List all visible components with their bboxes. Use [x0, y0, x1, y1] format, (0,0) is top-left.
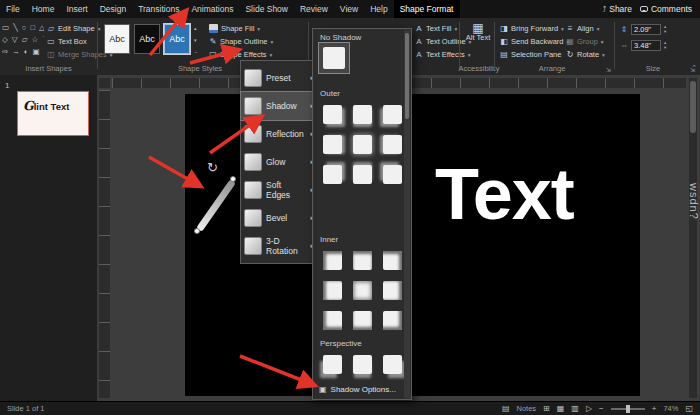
style-gallery-arrows[interactable]: ▴ ▾ ⌄ [194, 25, 198, 54]
reading-view-icon[interactable]: ▥ [571, 404, 579, 413]
tab-review[interactable]: Review [294, 0, 334, 18]
shadow-swatch-outer-5[interactable] [349, 131, 375, 157]
shape-outline-button[interactable]: ✎ Shape Outline ▾ [208, 36, 273, 47]
tab-transitions[interactable]: Transitions [132, 0, 185, 18]
shadow-options-button[interactable]: ▣ Shadow Options... [319, 385, 396, 394]
tab-view[interactable]: View [334, 0, 364, 18]
shadow-swatch-outer-7[interactable] [319, 161, 345, 187]
fit-to-window-icon[interactable]: ◱ [685, 404, 693, 413]
merge-shapes-icon: ◫ [46, 50, 56, 59]
group-button[interactable]: ▦ Group ▾ [565, 36, 604, 47]
menu-item-soft-edges[interactable]: Soft Edges ▸ [241, 176, 317, 204]
comments-button[interactable]: Comments [640, 4, 692, 14]
tab-file[interactable]: File [0, 0, 26, 18]
gallery-more-icon[interactable]: ⌄ [194, 48, 198, 54]
flyout-scrollbar-thumb[interactable] [405, 33, 409, 119]
normal-view-icon[interactable]: ⊞ [543, 404, 550, 413]
shadow-swatch-inner-4[interactable] [319, 277, 345, 303]
edit-shape-button[interactable]: ▱ Edit Shape ▾ [46, 23, 100, 34]
width-spinner[interactable]: ▴▾ [664, 41, 666, 50]
notes-button[interactable]: Notes [517, 404, 537, 413]
flyout-scrollbar[interactable] [404, 30, 410, 398]
align-icon: ≡ [565, 24, 575, 33]
menu-item-shadow[interactable]: Shadow ▸ [241, 92, 317, 120]
shadow-swatch-inner-7[interactable] [319, 307, 345, 333]
shape-height-input[interactable]: 2.09" [631, 24, 661, 35]
shadow-swatch-outer-6[interactable] [379, 131, 405, 157]
tab-home[interactable]: Home [26, 0, 61, 18]
shape-width-input[interactable]: 3.48" [631, 40, 661, 51]
group-divider [614, 22, 615, 69]
chevron-down-icon: ▾ [597, 26, 600, 32]
canvas-scrollbar[interactable] [689, 78, 697, 398]
shadow-swatch-outer-4[interactable] [319, 131, 345, 157]
tab-shape-format[interactable]: Shape Format [394, 0, 460, 18]
menu-item-glow[interactable]: Glow ▸ [241, 148, 317, 176]
soft-edges-icon [244, 181, 262, 199]
shadow-swatch-inner-8[interactable] [349, 307, 375, 333]
shadow-swatch-outer-1[interactable] [319, 101, 345, 127]
menu-item-reflection[interactable]: Reflection ▸ [241, 120, 317, 148]
shadow-swatch-outer-9[interactable] [379, 161, 405, 187]
gallery-down-icon[interactable]: ▾ [194, 37, 198, 43]
slideshow-view-icon[interactable]: ▷ [586, 404, 592, 413]
shape-style-preview-2[interactable]: Abc [134, 24, 160, 54]
slide-thumbnail[interactable]: Glint Text [17, 91, 89, 136]
shadow-swatch-outer-3[interactable] [379, 101, 405, 127]
zoom-in-icon[interactable]: + [652, 404, 657, 413]
bring-forward-button[interactable]: ◨ Bring Forward ▾ [499, 23, 564, 34]
scrollbar-thumb[interactable] [690, 81, 696, 133]
gallery-up-icon[interactable]: ▴ [194, 25, 198, 31]
menu-item-bevel[interactable]: Bevel ▸ [241, 204, 317, 232]
menu-item-preset[interactable]: Preset ▸ [241, 64, 317, 92]
tab-insert[interactable]: Insert [60, 0, 93, 18]
shape-style-preview-1[interactable]: Abc [104, 24, 130, 54]
shadow-swatch-inner-2[interactable] [349, 247, 375, 273]
tab-design[interactable]: Design [94, 0, 132, 18]
tab-animations[interactable]: Animations [185, 0, 239, 18]
no-shadow-section-label: No Shadow [320, 33, 361, 42]
shadow-swatch-perspective-2[interactable] [349, 351, 375, 377]
shadow-swatch-inner-6[interactable] [379, 277, 405, 303]
share-button[interactable]: ⤴ Share [602, 4, 632, 14]
shadow-swatch-inner-5[interactable] [349, 277, 375, 303]
selection-pane-button[interactable]: ▤ Selection Pane [499, 49, 561, 60]
shadow-swatch-inner-3[interactable] [379, 247, 405, 273]
comments-icon [640, 6, 648, 12]
no-shadow-swatch[interactable] [319, 43, 349, 73]
shadow-swatch-outer-2[interactable] [349, 101, 375, 127]
align-button[interactable]: ≡ Align ▾ [565, 23, 599, 34]
shape-style-preview-3-selected[interactable]: Abc [164, 24, 190, 54]
tab-help[interactable]: Help [364, 0, 393, 18]
selection-handle[interactable] [230, 176, 236, 182]
rotate-handle-icon[interactable]: ↻ [207, 160, 218, 175]
shadow-swatch-inner-9[interactable] [379, 307, 405, 333]
shape-fill-button[interactable]: Shape Fill ▾ [208, 23, 260, 34]
menu-item-3d-rotation[interactable]: 3-D Rotation ▸ [241, 232, 317, 260]
alt-text-button[interactable]: ▦ Alt Text [463, 24, 493, 64]
zoom-out-icon[interactable]: − [599, 404, 604, 413]
slide-text[interactable]: Text [435, 158, 574, 230]
collapse-ribbon-icon[interactable]: ⌃ [691, 64, 697, 72]
selection-handle[interactable] [194, 228, 200, 234]
selected-glint-shape[interactable] [196, 179, 236, 232]
height-spinner[interactable]: ▴▾ [664, 25, 666, 34]
zoom-slider[interactable] [611, 408, 645, 410]
text-fill-button[interactable]: A Text Fill ▾ [414, 23, 457, 34]
shape-effects-button[interactable]: ▢ Shape Effects ▾ [208, 49, 272, 60]
shadow-swatch-perspective-1[interactable] [319, 351, 345, 377]
tab-slide-show[interactable]: Slide Show [239, 0, 294, 18]
shadow-swatch-inner-1[interactable] [319, 247, 345, 273]
zoom-percent[interactable]: 74% [663, 404, 678, 413]
text-box-button[interactable]: ▭ Text Box [46, 36, 87, 47]
send-backward-button[interactable]: ◧ Send Backward ▾ [499, 36, 569, 47]
edit-shape-label: Edit Shape [58, 24, 95, 33]
shadow-swatch-outer-8[interactable] [349, 161, 375, 187]
rotate-button[interactable]: ↻ Rotate ▾ [565, 49, 605, 60]
zoom-slider-thumb[interactable] [626, 405, 630, 413]
shape-gallery[interactable]: ▭ ╲ ○ □ △ ◇ ▽ ▱ ☆ ⌒ ⇨ → ◐ ▣ ◇ [2, 22, 44, 60]
shadow-swatch-perspective-3[interactable] [379, 351, 405, 377]
text-effects-button[interactable]: A Text Effects ▾ [414, 49, 470, 60]
arrange-dialog-launcher[interactable]: ⇲ [606, 66, 611, 73]
slide-sorter-view-icon[interactable]: ▦ [557, 404, 565, 413]
